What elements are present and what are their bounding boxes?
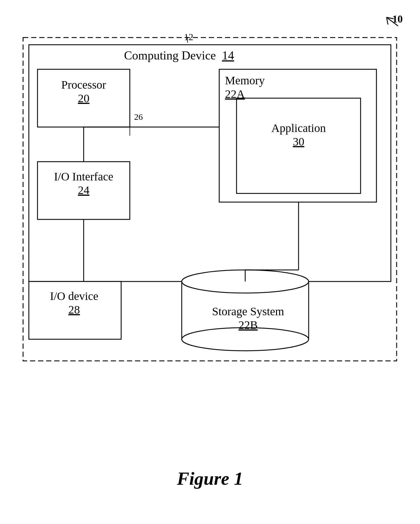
svg-line-19	[387, 17, 388, 25]
storage-system-label: Storage System 22B	[190, 305, 306, 332]
svg-point-8	[182, 270, 309, 293]
ref-label-12: 12	[184, 32, 193, 42]
ref-label-10: 10	[392, 13, 403, 25]
application-label: Application 30	[241, 121, 356, 148]
io-device-label: I/O device 28	[32, 289, 116, 316]
ref-label-26: 26	[134, 112, 143, 122]
figure-caption: Figure 1	[177, 468, 243, 489]
page: 10 12 Computing Device 14 Processor 20 M…	[0, 0, 420, 524]
io-interface-label: I/O Interface 24	[42, 170, 125, 197]
processor-label: Processor 20	[42, 78, 125, 105]
computing-device-label: Computing Device 14	[124, 49, 234, 62]
memory-label: Memory 22A	[225, 74, 265, 101]
